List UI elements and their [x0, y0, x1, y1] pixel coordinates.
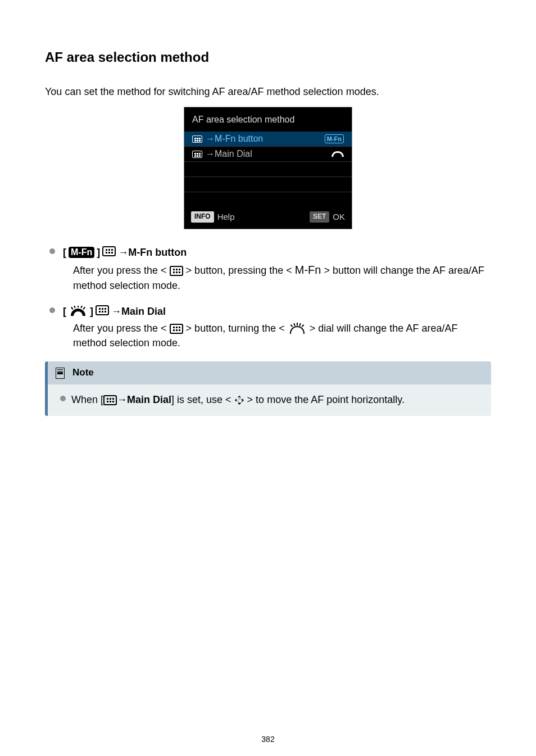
note-box: Note When [→Main Dial] is set, use < > t… — [45, 361, 491, 416]
menu-row-empty — [184, 192, 352, 207]
text: ] is set, use < — [171, 394, 234, 405]
menu-screenshot: AF area selection method →M-Fn button M-… — [184, 107, 352, 229]
option-mfn-label: →M-Fn button — [118, 245, 187, 260]
note-item: When [→Main Dial] is set, use < > to mov… — [58, 392, 481, 407]
svg-rect-1 — [74, 306, 76, 308]
option-maindial-body: After you press the < > button, turning … — [63, 321, 491, 350]
af-points-icon — [170, 324, 183, 334]
text: After you press the < — [73, 323, 170, 334]
menu-screenshot-title: AF area selection method — [184, 110, 352, 132]
option-maindial: [ ] →Main Dial After you press the — [45, 304, 491, 350]
note-bold: Main Dial — [127, 394, 171, 405]
option-mfn: [M-Fn] →M-Fn button After you press the … — [45, 245, 491, 293]
dial-arc-icon — [331, 151, 344, 157]
svg-rect-4 — [83, 307, 85, 310]
set-pill: SET — [310, 211, 329, 222]
text: When [ — [71, 394, 103, 405]
maindial-black-icon — [69, 306, 88, 317]
note-heading: Note — [48, 361, 491, 384]
menu-row-mfn: →M-Fn button M-Fn — [184, 132, 352, 147]
page-number: 382 — [0, 734, 536, 745]
option-maindial-label: →Main Dial — [111, 304, 166, 319]
menu-row-maindial-label: →Main Dial — [206, 147, 252, 160]
mfn-badge-icon: M-Fn — [325, 134, 344, 143]
afarea-icon — [192, 151, 202, 158]
option-mfn-heading: [M-Fn] →M-Fn button — [63, 245, 491, 260]
menu-row-empty — [184, 177, 352, 192]
menu-row-maindial: →Main Dial — [184, 147, 352, 162]
option-list: [M-Fn] →M-Fn button After you press the … — [45, 245, 491, 350]
ok-label: OK — [333, 211, 345, 223]
note-body: When [→Main Dial] is set, use < > to mov… — [48, 384, 491, 416]
af-points-icon — [96, 305, 109, 315]
text: > button, pressing the < — [186, 265, 295, 276]
note-icon — [56, 368, 65, 379]
svg-rect-0 — [71, 307, 74, 310]
page: AF area selection method You can set the… — [0, 0, 536, 756]
svg-rect-2 — [78, 306, 79, 307]
option-mfn-body: After you press the < > button, pressing… — [63, 262, 491, 293]
intro-text: You can set the method for switching AF … — [45, 84, 491, 99]
menu-footer: INFO Help SET OK — [184, 207, 352, 224]
multi-controller-icon — [234, 395, 244, 405]
note-title: Note — [72, 366, 94, 380]
option-maindial-heading: [ ] →Main Dial — [63, 304, 491, 319]
af-points-icon — [170, 266, 183, 276]
afarea-icon — [192, 135, 202, 143]
text: After you press the < — [73, 265, 170, 276]
info-pill: INFO — [191, 211, 214, 222]
maindial-icon — [288, 323, 307, 334]
menu-row-mfn-label: →M-Fn button — [206, 132, 263, 145]
af-points-icon — [102, 246, 116, 256]
svg-rect-3 — [80, 306, 83, 308]
mfn-text-icon: M-Fn — [295, 264, 321, 276]
mfn-badge-icon: M-Fn — [69, 247, 94, 258]
text: > to move the AF point horizontally. — [244, 394, 405, 405]
text: > button, turning the < — [186, 323, 288, 334]
menu-row-empty — [184, 162, 352, 177]
text: → — [117, 394, 127, 405]
help-label: Help — [217, 211, 235, 223]
af-points-icon — [103, 395, 117, 405]
section-title: AF area selection method — [45, 48, 491, 67]
